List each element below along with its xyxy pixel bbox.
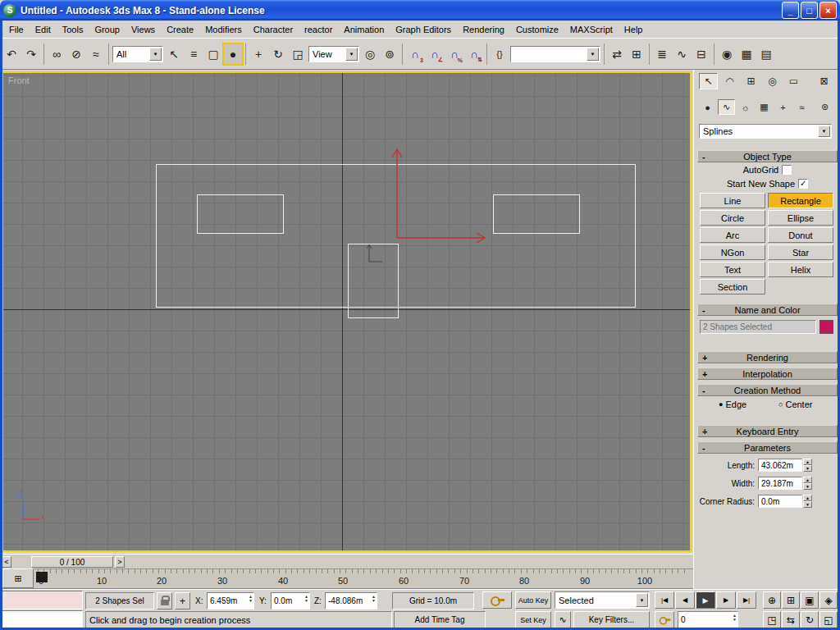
set-keys-button[interactable] xyxy=(482,591,512,609)
circle-button[interactable]: Circle xyxy=(700,210,765,226)
render-scene-icon[interactable]: ▦ xyxy=(737,44,756,64)
previous-frame-button[interactable]: ◀ xyxy=(675,591,695,609)
line-button[interactable]: Line xyxy=(700,193,765,208)
text-button[interactable]: Text xyxy=(700,262,765,277)
mirror-icon[interactable]: ⇄ xyxy=(608,44,626,64)
close-button[interactable]: × xyxy=(819,2,837,19)
ellipse-button[interactable]: Ellipse xyxy=(768,210,833,226)
width-spinner[interactable]: ▲ ▼ xyxy=(803,477,812,490)
zoom-all-button[interactable]: ⊞ xyxy=(782,591,800,609)
spline-rectangle-left[interactable] xyxy=(197,194,284,234)
circular-selection-region-icon[interactable]: ● xyxy=(224,44,242,64)
name-color-rollout-header[interactable]: - Name and Color xyxy=(697,304,838,316)
chevron-down-icon[interactable]: ▼ xyxy=(818,126,830,137)
set-key-button[interactable]: Set Key xyxy=(515,611,551,628)
autogrid-checkbox[interactable] xyxy=(782,165,792,175)
hierarchy-tab-icon[interactable]: ⊞ xyxy=(742,73,760,89)
viewport-label[interactable]: Front xyxy=(8,75,30,85)
auto-key-button[interactable]: Auto Key xyxy=(515,591,551,609)
z-coordinate-field[interactable]: -48.086m ▲▼ xyxy=(325,592,377,609)
display-tab-icon[interactable]: ▭ xyxy=(784,73,803,89)
open-mini-trackview-button[interactable]: ⊞ xyxy=(2,568,34,588)
star-button[interactable]: Star xyxy=(768,244,833,260)
select-by-name-icon[interactable]: ≡ xyxy=(185,44,203,64)
corner-radius-spinner[interactable]: ▲ ▼ xyxy=(803,495,812,508)
pan-view-button[interactable]: ⇆ xyxy=(782,611,800,628)
quick-render-icon[interactable]: ▤ xyxy=(757,44,775,64)
spinner-icon[interactable]: ▲▼ xyxy=(372,595,376,603)
maxscript-mini-listener-pink[interactable] xyxy=(1,591,83,609)
spinner-icon[interactable]: ▲▼ xyxy=(249,595,253,603)
maximize-button[interactable]: □ xyxy=(801,2,818,19)
modify-tab-icon[interactable]: ◠ xyxy=(720,73,739,89)
time-slider-left-arrow[interactable]: < xyxy=(2,556,11,568)
menu-help[interactable]: Help xyxy=(619,22,649,37)
schematic-view-icon[interactable]: ⊟ xyxy=(692,44,710,64)
space-warps-category-icon[interactable]: ≈ xyxy=(793,99,810,115)
keyable-curve-toggle-button[interactable]: ∿ xyxy=(555,611,571,628)
next-frame-button[interactable]: ▶ xyxy=(716,591,736,609)
edge-radio[interactable]: ● Edge xyxy=(719,399,746,409)
align-icon[interactable]: ⊞ xyxy=(628,44,646,64)
bind-to-space-warp-icon[interactable]: ≈ xyxy=(87,44,105,64)
chevron-down-icon[interactable]: ▼ xyxy=(587,48,599,61)
transform-gizmo-axes[interactable] xyxy=(381,143,495,249)
select-and-manipulate-icon[interactable]: ⊚ xyxy=(381,44,399,64)
creation-method-rollout-header[interactable]: - Creation Method xyxy=(697,384,838,396)
select-object-icon[interactable]: ↖ xyxy=(165,44,183,64)
menu-edit[interactable]: Edit xyxy=(30,22,57,37)
current-frame-field[interactable]: 0 ▲▼ xyxy=(678,611,738,628)
selection-filter-dropdown[interactable]: All ▼ xyxy=(112,46,163,62)
systems-category-icon[interactable]: ⊛ xyxy=(816,99,833,115)
spinner-up-icon[interactable]: ▲ xyxy=(803,477,812,483)
geometry-category-icon[interactable]: ● xyxy=(699,99,716,115)
angle-snap-toggle-icon[interactable]: ∩∠ xyxy=(426,44,444,64)
arc-button[interactable]: Arc xyxy=(700,227,765,243)
menu-animation[interactable]: Animation xyxy=(338,22,390,37)
create-tab-icon[interactable]: ↖ xyxy=(699,73,718,89)
snap-toggle-3d-icon[interactable]: ∩3 xyxy=(406,44,424,64)
zoom-extents-all-button[interactable]: ◈ xyxy=(819,591,838,609)
named-selection-sets-icon[interactable]: {} xyxy=(491,44,509,64)
helix-button[interactable]: Helix xyxy=(768,262,833,277)
min-max-toggle-button[interactable]: ◱ xyxy=(819,611,838,628)
play-animation-button[interactable]: ▶ xyxy=(696,591,715,609)
section-button[interactable]: Section xyxy=(700,279,765,294)
length-spinner[interactable]: ▲ ▼ xyxy=(803,459,812,472)
use-pivot-point-center-icon[interactable]: ◎ xyxy=(361,44,379,64)
selection-lock-button[interactable] xyxy=(157,592,172,609)
go-to-end-button[interactable]: ▶| xyxy=(737,591,756,609)
spinner-down-icon[interactable]: ▼ xyxy=(803,483,812,490)
keyboard-entry-rollout-header[interactable]: + Keyboard Entry xyxy=(697,425,838,437)
center-radio[interactable]: ○ Center xyxy=(778,399,812,409)
menu-file[interactable]: File xyxy=(3,22,30,37)
rectangle-button[interactable]: Rectangle xyxy=(768,193,833,208)
zoom-button[interactable]: ⊕ xyxy=(763,591,781,609)
menu-customize[interactable]: Customize xyxy=(510,22,564,37)
menu-rendering[interactable]: Rendering xyxy=(457,22,510,37)
spinner-icon[interactable]: ▲▼ xyxy=(733,614,737,622)
go-to-start-button[interactable]: |◀ xyxy=(655,591,674,609)
shapes-category-icon[interactable]: ∿ xyxy=(718,99,735,115)
zoom-extents-button[interactable]: ▣ xyxy=(801,591,819,609)
layer-manager-icon[interactable]: ≣ xyxy=(653,44,671,64)
menu-character[interactable]: Character xyxy=(248,22,299,37)
redo-icon[interactable]: ↷ xyxy=(22,44,40,64)
object-name-field[interactable]: 2 Shapes Selected xyxy=(700,320,816,334)
spline-rectangle-right[interactable] xyxy=(493,194,580,234)
maxscript-mini-listener-white[interactable] xyxy=(1,610,83,629)
key-mode-dropdown[interactable]: Selected ▼ xyxy=(555,591,650,609)
utilities-tab-icon[interactable]: ⊠ xyxy=(815,73,833,89)
y-coordinate-field[interactable]: 0.0m ▲▼ xyxy=(271,592,310,609)
menu-reactor[interactable]: reactor xyxy=(299,22,338,37)
material-editor-icon[interactable]: ◉ xyxy=(718,44,736,64)
named-selection-dropdown[interactable]: ▼ xyxy=(510,46,600,62)
undo-icon[interactable]: ↶ xyxy=(2,44,21,64)
corner-radius-field[interactable]: 0.0m xyxy=(758,495,802,508)
menu-group[interactable]: Group xyxy=(89,22,126,37)
select-and-scale-icon[interactable]: ◲ xyxy=(289,44,307,64)
menu-views[interactable]: Views xyxy=(126,22,161,37)
track-bar[interactable]: 0 10 20 30 40 50 60 70 80 90 100 xyxy=(0,568,693,589)
add-time-tag-box[interactable]: Add Time Tag xyxy=(394,611,486,628)
select-and-move-icon[interactable]: + xyxy=(249,44,267,64)
